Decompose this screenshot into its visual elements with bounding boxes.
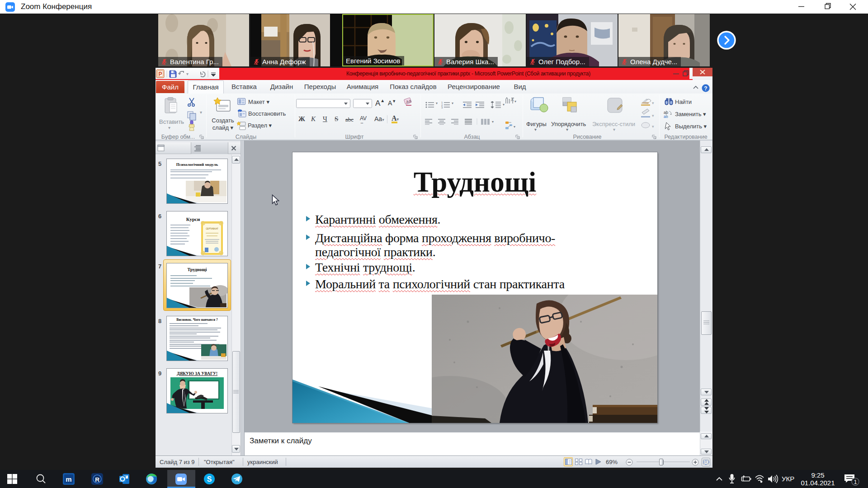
svg-text:▾: ▾: [652, 101, 654, 105]
svg-text:P: P: [158, 71, 162, 77]
svg-text:ac: ac: [664, 114, 668, 118]
svg-text:1: 1: [854, 479, 857, 485]
svg-text:▾: ▾: [436, 101, 438, 105]
svg-text:Труднощі: Труднощі: [187, 267, 207, 272]
svg-text:СЕРТИФІКАТ: СЕРТИФІКАТ: [206, 228, 218, 230]
svg-text:Психологічний модуль: Психологічний модуль: [176, 162, 218, 167]
svg-text:A: A: [511, 98, 514, 102]
svg-text:▾: ▾: [186, 71, 189, 76]
svg-text:▾: ▾: [652, 113, 654, 118]
svg-text:m: m: [66, 475, 71, 483]
svg-text:▾: ▾: [503, 103, 505, 107]
svg-text:▾: ▾: [452, 101, 453, 105]
svg-text:Aa: Aa: [406, 99, 412, 104]
svg-text:Курси: Курси: [186, 216, 200, 222]
svg-text:Висновок. Чого навчався ?: Висновок. Чого навчався ?: [176, 318, 218, 322]
svg-text:S: S: [207, 475, 212, 483]
svg-text:▾: ▾: [514, 125, 515, 129]
svg-text:3: 3: [441, 106, 443, 108]
svg-text:▾: ▾: [492, 120, 494, 124]
svg-text:▾: ▾: [514, 99, 516, 103]
svg-text:ДЯКУЮ ЗА УВАГУ!: ДЯКУЮ ЗА УВАГУ!: [177, 371, 217, 376]
svg-text:R: R: [95, 476, 99, 483]
svg-text:▾: ▾: [652, 124, 654, 129]
svg-text:?: ?: [704, 85, 707, 92]
